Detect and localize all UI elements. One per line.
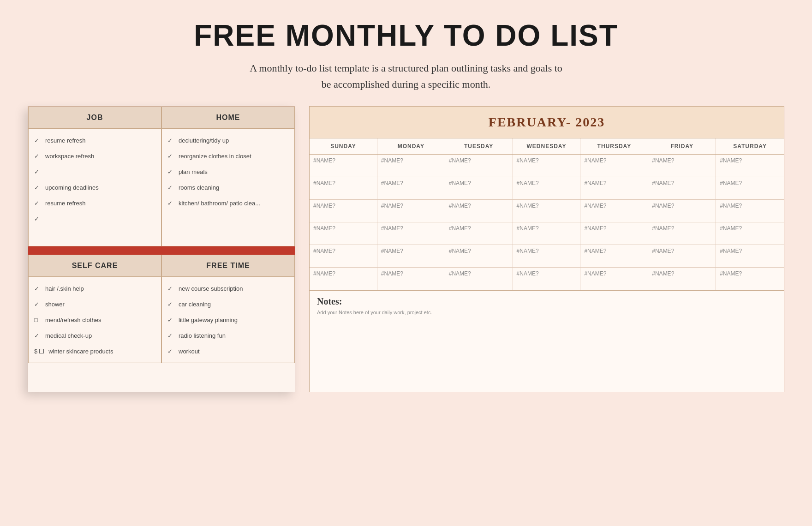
item-text: reorganize clothes in closet <box>179 153 251 160</box>
calendar-cell: #NAME? <box>513 200 581 222</box>
home-items: ✓decluttering/tidy up✓reorganize clothes… <box>162 129 294 246</box>
list-item: ✓medical check-up <box>29 328 161 343</box>
calendar-cell: #NAME? <box>648 155 716 177</box>
list-item: ✓car cleaning <box>162 296 294 312</box>
content-area: JOB ✓resume refresh✓workspace refresh✓✓u… <box>28 106 784 392</box>
calendar-cell: #NAME? <box>716 200 784 222</box>
item-text: kitchen/ bathroom/ patio clea... <box>179 200 260 207</box>
job-section: JOB ✓resume refresh✓workspace refresh✓✓u… <box>28 107 161 246</box>
check-icon: ✓ <box>167 317 174 323</box>
check-icon: ✓ <box>34 200 41 207</box>
check-icon: ✓ <box>167 348 174 355</box>
item-text: workout <box>179 348 200 355</box>
calendar-cell: #NAME? <box>580 222 648 245</box>
free-time-items: ✓new course subscription✓car cleaning✓li… <box>162 277 294 363</box>
check-icon: ✓ <box>167 285 174 292</box>
notes-section: Notes: Add your Notes here of your daily… <box>310 290 784 392</box>
calendar-cell: #NAME? <box>648 177 716 199</box>
calendar-grid: SUNDAYMONDAYTUESDAYWEDNESDAYTHURSDAYFRID… <box>310 138 784 290</box>
item-text: mend/refresh clothes <box>45 317 101 323</box>
check-icon: ✓ <box>34 137 41 144</box>
list-item: ✓resume refresh <box>29 132 161 148</box>
list-item: ✓new course subscription <box>162 281 294 296</box>
calendar-cell: #NAME? <box>580 245 648 267</box>
list-item: ✓workout <box>162 343 294 359</box>
calendar-cell: #NAME? <box>580 200 648 222</box>
check-icon: ✓ <box>34 215 41 222</box>
calendar-cell: #NAME? <box>445 155 513 177</box>
calendar-cell: #NAME? <box>310 268 377 290</box>
item-text: little gateway planning <box>179 317 238 323</box>
list-item: ✓shower <box>29 296 161 312</box>
list-item: ✓ <box>29 164 161 179</box>
table-row: #NAME?#NAME?#NAME?#NAME?#NAME?#NAME?#NAM… <box>310 268 784 290</box>
self-care-header: SELF CARE <box>29 255 161 277</box>
calendar-cell: #NAME? <box>310 200 377 222</box>
list-item: ✓plan meals <box>162 164 294 179</box>
item-text: radio listening fun <box>179 332 226 339</box>
check-icon: ✓ <box>167 184 174 191</box>
calendar-cell: #NAME? <box>445 177 513 199</box>
free-time-header: FREE TIME <box>162 255 294 277</box>
check-icon: ✓ <box>167 153 174 160</box>
calendar-cell: #NAME? <box>716 222 784 245</box>
calendar-cell: #NAME? <box>377 268 445 290</box>
item-text: winter skincare products <box>48 348 113 355</box>
list-item: ✓reorganize clothes in closet <box>162 148 294 164</box>
home-section: HOME ✓decluttering/tidy up✓reorganize cl… <box>161 107 295 246</box>
calendar-cell: #NAME? <box>580 268 648 290</box>
self-care-items: ✓hair /.skin help✓shower□mend/refresh cl… <box>29 277 161 363</box>
list-item: ✓kitchen/ bathroom/ patio clea... <box>162 195 294 211</box>
calendar-cell: #NAME? <box>445 268 513 290</box>
list-item: ✓resume refresh <box>29 195 161 211</box>
calendar-cell: #NAME? <box>377 222 445 245</box>
calendar-panel: FEBRUARY- 2023 SUNDAYMONDAYTUESDAYWEDNES… <box>309 106 784 392</box>
calendar-cell: #NAME? <box>445 245 513 267</box>
calendar-cell: #NAME? <box>716 268 784 290</box>
calendar-cell: #NAME? <box>310 222 377 245</box>
list-item: ✓ <box>29 211 161 227</box>
item-text: plan meals <box>179 168 208 175</box>
divider <box>28 246 295 255</box>
day-header-cell: TUESDAY <box>445 138 513 154</box>
list-item: ✓upcoming deadlines <box>29 179 161 195</box>
top-sections: JOB ✓resume refresh✓workspace refresh✓✓u… <box>28 107 295 363</box>
calendar-cell: #NAME? <box>513 268 581 290</box>
list-item: ✓radio listening fun <box>162 328 294 343</box>
item-text: shower <box>45 301 65 308</box>
calendar-cell: #NAME? <box>648 222 716 245</box>
home-header: HOME <box>162 107 294 129</box>
check-icon: ✓ <box>34 184 41 191</box>
job-header: JOB <box>29 107 161 129</box>
item-text: decluttering/tidy up <box>179 137 229 144</box>
day-header-cell: WEDNESDAY <box>513 138 581 154</box>
page-title: FREE MONTHLY TO DO LIST <box>28 18 784 53</box>
calendar-cell: #NAME? <box>580 177 648 199</box>
table-row: #NAME?#NAME?#NAME?#NAME?#NAME?#NAME?#NAM… <box>310 177 784 200</box>
table-row: #NAME?#NAME?#NAME?#NAME?#NAME?#NAME?#NAM… <box>310 155 784 177</box>
check-icon: ✓ <box>167 332 174 339</box>
check-icon: ✓ <box>34 168 41 175</box>
calendar-cell: #NAME? <box>310 155 377 177</box>
job-items: ✓resume refresh✓workspace refresh✓✓upcom… <box>29 129 161 246</box>
table-row: #NAME?#NAME?#NAME?#NAME?#NAME?#NAME?#NAM… <box>310 222 784 245</box>
calendar-cell: #NAME? <box>580 155 648 177</box>
list-item: ✓hair /.skin help <box>29 281 161 296</box>
check-icon: ✓ <box>34 301 41 308</box>
todo-panel: JOB ✓resume refresh✓workspace refresh✓✓u… <box>28 106 295 392</box>
day-header-cell: SATURDAY <box>716 138 784 154</box>
calendar-cell: #NAME? <box>310 177 377 199</box>
calendar-cell: #NAME? <box>648 245 716 267</box>
day-headers: SUNDAYMONDAYTUESDAYWEDNESDAYTHURSDAYFRID… <box>310 138 784 155</box>
check-icon: ✓ <box>34 153 41 160</box>
item-text: resume refresh <box>45 200 85 207</box>
list-item: ✓little gateway planning <box>162 312 294 328</box>
calendar-cell: #NAME? <box>716 155 784 177</box>
check-icon: ✓ <box>167 200 174 207</box>
check-icon: ✓ <box>167 168 174 175</box>
check-icon: ✓ <box>34 332 41 339</box>
check-icon: ✓ <box>167 301 174 308</box>
calendar-cell: #NAME? <box>377 177 445 199</box>
list-item: ✓decluttering/tidy up <box>162 132 294 148</box>
day-header-cell: THURSDAY <box>580 138 648 154</box>
